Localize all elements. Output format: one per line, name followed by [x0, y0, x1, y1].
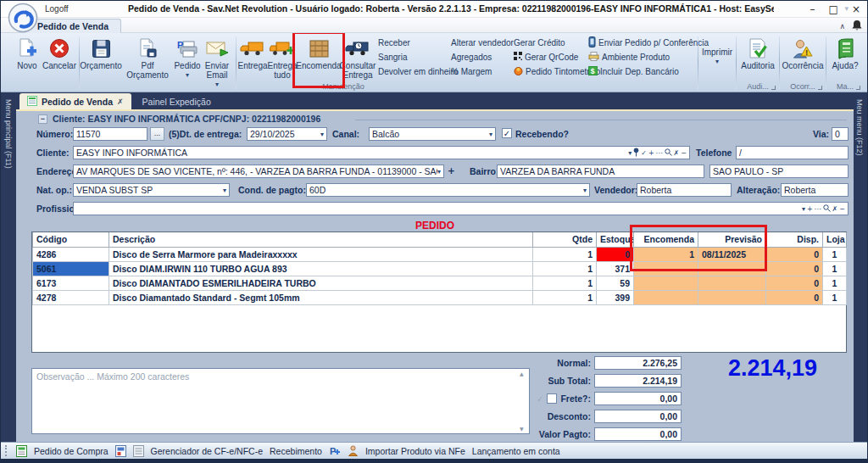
col-header-encomenda[interactable]: Encomenda — [634, 232, 698, 247]
collapse-ribbon-icon[interactable]: ∧ — [839, 22, 845, 31]
cell-previsao[interactable] — [698, 290, 766, 304]
add-address-icon[interactable]: + — [448, 165, 455, 176]
cell-loja[interactable]: 1 — [823, 276, 847, 290]
dt-entrega-field[interactable]: 29/10/2025▾ — [247, 127, 327, 141]
notification-bell-icon[interactable] — [852, 20, 862, 33]
document-color-icon[interactable] — [115, 445, 126, 457]
gerar-qrcode-button[interactable]: Gerar QrCode — [514, 52, 583, 62]
auditoria-button[interactable]: Auditoria — [738, 34, 777, 82]
add-icon[interactable]: + — [648, 149, 654, 157]
alteracao-field[interactable]: Roberta — [781, 183, 849, 197]
minimize-button[interactable]: – — [810, 3, 815, 15]
clear-icon[interactable]: ✗ — [674, 149, 680, 157]
restore-button[interactable]: □ — [829, 3, 838, 15]
valor-pagto-field[interactable]: 0,00 — [594, 427, 682, 441]
cell-previsao[interactable] — [698, 261, 766, 276]
normal-field[interactable]: 2.276,25 — [594, 356, 682, 370]
dialog-launcher-icon[interactable] — [818, 86, 822, 90]
cell-disp[interactable]: 0 — [766, 261, 823, 276]
dropdown-arrow-icon[interactable]: ▾ — [583, 187, 587, 194]
cond-pagto-field[interactable]: 60D▾ — [306, 183, 590, 197]
numero-field[interactable]: 11570 — [73, 127, 147, 141]
add-icon[interactable]: + — [807, 205, 813, 213]
cell-estoque[interactable]: 59 — [597, 276, 634, 290]
ocorrencia-button[interactable]: ! Ocorrência — [782, 34, 824, 82]
imprimir-button[interactable]: Imprimir ▾ — [700, 34, 734, 82]
devolver-em-dinheiro-button[interactable]: Devolver em dinheiro — [378, 66, 446, 76]
cliente-field[interactable]: EASY INFO INFORMÁTICA ▾ ✓ + ⋯ ✗ − — [73, 146, 690, 159]
cell-previsao[interactable]: 08/11/2025 — [698, 247, 766, 261]
col-header-descricao[interactable]: Descrição — [109, 232, 533, 247]
gerenciador-cfe-nfce-button[interactable]: Gerenciador de CF-e/NFC-e — [151, 446, 263, 456]
recebendo-checkbox[interactable]: ✓ — [502, 128, 512, 138]
grid-row[interactable]: 5061 Disco DIAM.IRWIN 110 TURBO AGUA 893… — [33, 261, 847, 276]
close-tab-icon[interactable]: ✗ — [117, 98, 124, 106]
close-button[interactable]: × — [852, 3, 860, 15]
entrega-button[interactable]: Entrega — [238, 34, 267, 82]
col-header-disp[interactable]: Disp. — [766, 232, 823, 247]
dropdown-arrow-icon[interactable]: ▾ — [320, 131, 324, 138]
map-pin-icon[interactable] — [633, 148, 639, 159]
cell-encomenda[interactable] — [634, 276, 698, 290]
novo-button[interactable]: Novo — [13, 34, 42, 82]
left-dock-panel[interactable]: Menu principal (F11) — [1, 92, 16, 442]
ajuda-button[interactable]: Ajuda? — [828, 34, 862, 82]
cell-estoque-alert[interactable]: 0 — [597, 247, 634, 261]
col-header-loja[interactable]: Loja — [823, 232, 847, 247]
via-field[interactable]: 0 — [832, 127, 849, 141]
cell-descricao[interactable]: Disco Diamantado Standard - Segmt 105mm — [109, 290, 533, 304]
dialog-launcher-icon[interactable] — [856, 86, 860, 90]
col-header-codigo[interactable]: Código — [33, 232, 109, 247]
document-gray-icon[interactable] — [133, 445, 144, 457]
ambiente-produto-button[interactable]: Ambiente Produto — [588, 52, 693, 62]
canal-field[interactable]: Balcão▾ — [369, 127, 496, 141]
alterar-vendedor-button[interactable]: Alterar vendedor — [451, 37, 509, 47]
margem-button[interactable]: % Margem — [451, 66, 509, 76]
desconto-field[interactable]: 0,00 — [594, 410, 682, 423]
numero-more-button[interactable]: ... — [150, 127, 164, 141]
dialog-launcher-icon[interactable] — [771, 86, 776, 90]
cell-encomenda[interactable] — [634, 290, 698, 304]
gerar-credito-button[interactable]: Gerar Crédito — [514, 37, 583, 47]
profissional-field[interactable]: ▾ + ⋯ ✗ − — [73, 202, 849, 215]
col-header-estoque[interactable]: Estoque — [597, 232, 634, 247]
cell-previsao[interactable] — [698, 276, 766, 290]
endereco-field[interactable]: AV MARQUES DE SAO VICENTE, nº: 446, - VA… — [73, 165, 444, 178]
enviar-pedido-conferencia-button[interactable]: Enviar Pedido p/ Conferência — [588, 37, 693, 47]
dropdown-arrow-icon[interactable]: ▾ — [437, 168, 441, 176]
cell-codigo-selected[interactable]: 5061 — [33, 261, 109, 276]
col-header-qtde[interactable]: Qtde — [533, 232, 597, 247]
dropdown-arrow-icon[interactable]: ▾ — [489, 131, 492, 138]
recebimento-button[interactable]: Recebimento — [270, 446, 322, 456]
tab-painel-expedicao[interactable]: Painel Expedição — [131, 93, 222, 109]
bairro-field[interactable]: VARZEA DA BARRA FUNDA — [497, 165, 704, 178]
cell-descricao[interactable]: Disco DIAMANTADO ESMERILHADEIRA TURBO — [109, 276, 533, 290]
enviar-email-button[interactable]: Enviar Email ▾ — [200, 34, 234, 89]
sangria-button[interactable]: Sangria — [378, 52, 446, 62]
grid-row[interactable]: 4278 Disco Diamantado Standard - Segmt 1… — [33, 290, 847, 304]
orcamento-button[interactable]: Orçamento — [81, 34, 120, 89]
grid-row[interactable]: 6173 Disco DIAMANTADO ESMERILHADEIRA TUR… — [33, 276, 847, 290]
telefone-field[interactable]: / — [736, 146, 849, 159]
cell-encomenda[interactable] — [634, 261, 698, 276]
receber-button[interactable]: Receber — [378, 37, 446, 47]
cell-loja[interactable]: 1 — [823, 290, 847, 304]
frete-checkbox[interactable] — [547, 393, 557, 404]
cell-disp[interactable]: 0 — [766, 247, 823, 261]
dropdown-arrow-icon[interactable]: ▾ — [802, 205, 805, 213]
tab-pedido-de-venda[interactable]: Pedido de Venda ✗ — [19, 93, 131, 109]
cell-disp[interactable]: 0 — [766, 276, 823, 290]
person-icon[interactable] — [348, 445, 359, 456]
grid-row[interactable]: 4286 Disco de Serra Marmore para Madeira… — [33, 247, 847, 261]
tab-list-dropdown-icon[interactable]: ▾ — [844, 4, 849, 13]
col-header-previsao[interactable]: Previsão — [698, 232, 766, 247]
logoff-button[interactable]: Logoff — [45, 4, 69, 14]
more-icon[interactable]: ⋯ — [815, 205, 821, 213]
lancamento-em-conta-button[interactable]: Lançamento em conta — [472, 446, 560, 456]
cell-encomenda[interactable]: 1 — [634, 247, 698, 261]
cell-codigo[interactable]: 4286 — [33, 247, 109, 261]
cell-disp[interactable]: 0 — [766, 290, 823, 304]
search-icon[interactable] — [665, 148, 672, 158]
observacao-textarea[interactable] — [31, 368, 530, 434]
incluir-dep-bancario-button[interactable]: $ Incluir Dep. Bancário — [588, 66, 693, 76]
